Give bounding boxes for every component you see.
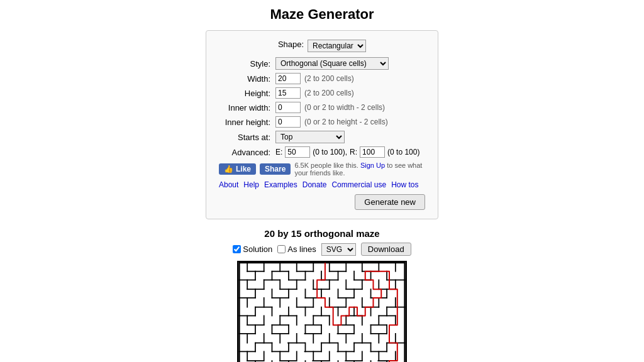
how-tos-link[interactable]: How tos — [391, 180, 418, 189]
width-hint: (2 to 200 cells) — [304, 74, 354, 83]
fb-signup-link[interactable]: Sign Up — [360, 162, 385, 169]
style-row: Style: Orthogonal (Square cells) Sigma (… — [219, 57, 425, 70]
download-button[interactable]: Download — [361, 243, 411, 256]
height-row: Height: 15 (2 to 200 cells) — [219, 87, 425, 99]
starts-row: Starts at: Top Bottom Left Right Random — [219, 131, 425, 143]
inner-width-row: Inner width: 0 (0 or 2 to width - 2 cell… — [219, 102, 425, 113]
starts-label: Starts at: — [219, 133, 275, 142]
as-lines-label[interactable]: As lines — [277, 244, 316, 254]
facebook-row: 👍 Like Share 6.5K people like this. Sign… — [219, 162, 425, 177]
shape-row: Shape: Rectangular Circular Triangle — [219, 40, 425, 52]
fb-share-label: Share — [265, 165, 286, 173]
maze-display — [237, 261, 407, 362]
style-select[interactable]: Orthogonal (Square cells) Sigma (Hex cel… — [275, 57, 389, 70]
inner-width-label: Inner width: — [219, 103, 275, 112]
advanced-e-hint: (0 to 100), — [313, 148, 347, 156]
width-input[interactable]: 20 — [275, 73, 301, 84]
fb-like-button[interactable]: 👍 Like — [219, 163, 256, 175]
style-label: Style: — [219, 59, 275, 69]
advanced-r-hint: (0 to 100) — [387, 148, 419, 156]
height-label: Height: — [219, 89, 275, 98]
solution-checkbox[interactable] — [233, 245, 241, 253]
advanced-inputs: E: (0 to 100), R: (0 to 100) — [275, 146, 419, 158]
about-link[interactable]: About — [219, 180, 238, 189]
solution-label[interactable]: Solution — [233, 244, 272, 254]
advanced-e-input[interactable] — [285, 146, 310, 158]
page-title: Maze Generator — [270, 6, 374, 23]
shape-label: Shape: — [278, 40, 304, 52]
svg-rect-0 — [238, 262, 405, 362]
fb-share-button[interactable]: Share — [260, 163, 291, 175]
advanced-label: Advanced: — [219, 148, 275, 157]
thumbs-up-icon: 👍 — [224, 165, 233, 173]
width-label: Width: — [219, 74, 275, 84]
inner-width-hint: (0 or 2 to width - 2 cells) — [304, 103, 385, 112]
generate-button[interactable]: Generate new — [355, 194, 425, 210]
height-hint: (2 to 200 cells) — [304, 89, 354, 97]
maze-svg — [238, 262, 406, 362]
format-select[interactable]: SVG PNG BMP — [321, 243, 356, 256]
shape-select[interactable]: Rectangular Circular Triangle — [308, 40, 366, 52]
inner-width-input[interactable]: 0 — [275, 102, 301, 113]
fb-like-label: Like — [236, 165, 251, 173]
links-row: About Help Examples Donate Commercial us… — [219, 180, 425, 189]
maze-section: 20 by 15 orthogonal maze Solution As lin… — [206, 228, 438, 362]
donate-link[interactable]: Donate — [303, 180, 327, 189]
inner-height-hint: (0 or 2 to height - 2 cells) — [304, 118, 388, 126]
advanced-e-label: E: — [275, 148, 282, 156]
generate-row: Generate new — [219, 194, 425, 210]
help-link[interactable]: Help — [243, 180, 259, 189]
starts-select[interactable]: Top Bottom Left Right Random — [275, 131, 345, 143]
maze-controls: Solution As lines SVG PNG BMP Download — [206, 243, 438, 256]
inner-height-row: Inner height: 0 (0 or 2 to height - 2 ce… — [219, 116, 425, 128]
fb-text: 6.5K people like this. Sign Up to see wh… — [294, 162, 425, 177]
maze-title: 20 by 15 orthogonal maze — [206, 228, 438, 239]
inner-height-label: Inner height: — [219, 118, 275, 127]
width-row: Width: 20 (2 to 200 cells) — [219, 73, 425, 84]
inner-height-input[interactable]: 0 — [275, 116, 301, 128]
settings-card: Shape: Rectangular Circular Triangle Sty… — [206, 30, 438, 219]
commercial-use-link[interactable]: Commercial use — [331, 180, 386, 189]
advanced-r-label: R: — [350, 148, 357, 156]
examples-link[interactable]: Examples — [264, 180, 297, 189]
height-input[interactable]: 15 — [275, 87, 301, 99]
advanced-row: Advanced: E: (0 to 100), R: (0 to 100) — [219, 146, 425, 158]
as-lines-checkbox[interactable] — [277, 245, 286, 253]
advanced-r-input[interactable] — [360, 146, 385, 158]
